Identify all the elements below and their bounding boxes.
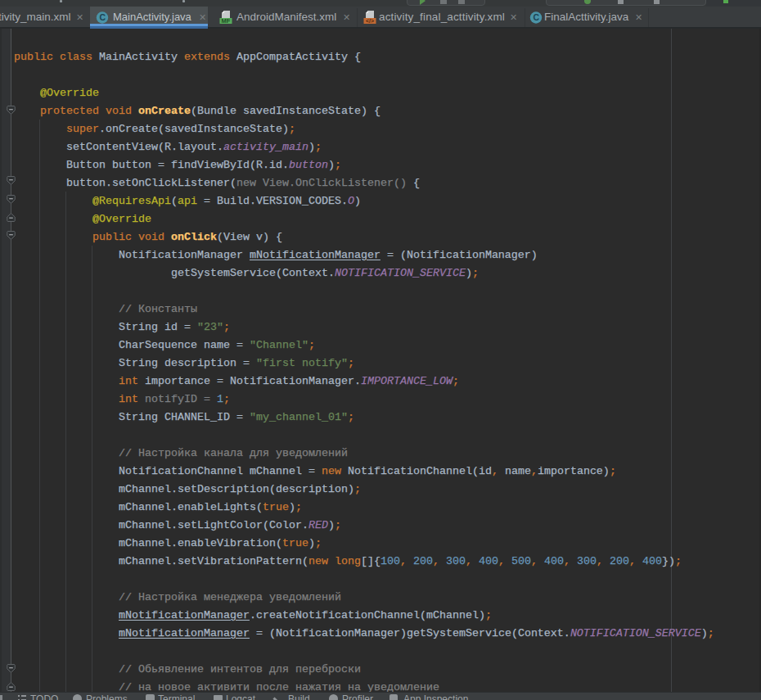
- svg-text:C: C: [99, 12, 106, 22]
- svg-text:</>: </>: [366, 18, 374, 24]
- svg-text:MF: MF: [222, 17, 231, 24]
- svg-text:C: C: [533, 12, 539, 22]
